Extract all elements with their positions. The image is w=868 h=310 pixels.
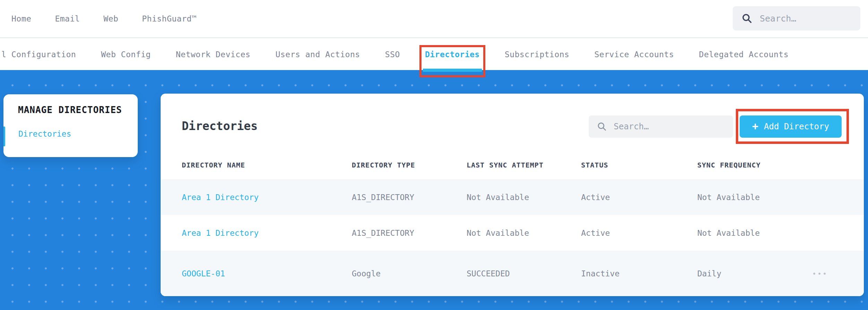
top-navigation-bar: Home Email Web PhishGuard™ Search… xyxy=(0,0,868,38)
tab-service-accounts[interactable]: Service Accounts xyxy=(594,39,674,70)
column-header-sync-frequency: SYNC FREQUENCY xyxy=(697,161,761,169)
topnav-email[interactable]: Email xyxy=(55,14,80,23)
manage-directories-title: MANAGE DIRECTORIES xyxy=(18,105,122,115)
topnav-web[interactable]: Web xyxy=(103,14,118,23)
add-directory-label: Add Directory xyxy=(764,122,829,131)
table-row: GOOGLE-01 Google SUCCEEDED Inactive Dail… xyxy=(161,251,864,296)
last-sync-cell: Not Available xyxy=(467,229,529,238)
search-icon xyxy=(597,122,607,131)
directories-panel: Directories Search… + Add Directory DIRE… xyxy=(161,94,864,296)
app-screen: Home Email Web PhishGuard™ Search… l Con… xyxy=(0,0,868,310)
sync-frequency-cell: Not Available xyxy=(697,193,760,202)
sync-frequency-cell: Daily xyxy=(697,269,721,278)
sync-frequency-cell: Not Available xyxy=(697,229,760,238)
tab-users-and-actions[interactable]: Users and Actions xyxy=(275,39,360,70)
tab-delegated-accounts[interactable]: Delegated Accounts xyxy=(699,39,789,70)
directories-search-placeholder: Search… xyxy=(614,122,649,131)
topnav-phishguard[interactable]: PhishGuard™ xyxy=(142,14,197,23)
workspace-background: MANAGE DIRECTORIES Directories Directori… xyxy=(0,70,868,310)
row-actions-menu-icon[interactable]: ••• xyxy=(812,269,828,278)
last-sync-cell: Not Available xyxy=(467,193,529,202)
tab-directories-label: Directories xyxy=(425,50,480,59)
settings-tab-bar: l Configuration Web Config Network Devic… xyxy=(0,39,868,70)
add-directory-button[interactable]: + Add Directory xyxy=(740,115,842,138)
status-cell: Active xyxy=(581,193,610,202)
tab-network-devices[interactable]: Network Devices xyxy=(176,39,250,70)
sidebar-item-directories[interactable]: Directories xyxy=(18,129,71,138)
column-header-status: STATUS xyxy=(581,161,608,169)
plus-icon: + xyxy=(752,121,758,131)
tab-email-configuration[interactable]: l Configuration xyxy=(1,39,76,70)
directory-type-cell: Google xyxy=(352,269,381,278)
tab-directories[interactable]: Directories xyxy=(425,39,480,70)
status-cell: Inactive xyxy=(581,269,620,278)
table-row: Area 1 Directory A1S_DIRECTORY Not Avail… xyxy=(161,179,864,215)
status-cell: Active xyxy=(581,229,610,238)
tab-sso[interactable]: SSO xyxy=(385,39,400,70)
directory-type-cell: A1S_DIRECTORY xyxy=(352,229,414,238)
tab-web-config[interactable]: Web Config xyxy=(101,39,151,70)
panel-title: Directories xyxy=(182,119,258,133)
directory-name-link[interactable]: GOOGLE-01 xyxy=(182,269,225,278)
manage-directories-card: MANAGE DIRECTORIES Directories xyxy=(3,94,138,157)
directories-search-input[interactable]: Search… xyxy=(589,115,733,138)
last-sync-cell: SUCCEEDED xyxy=(467,269,510,278)
search-icon xyxy=(742,13,752,24)
table-row: Area 1 Directory A1S_DIRECTORY Not Avail… xyxy=(161,215,864,251)
column-header-directory-name: DIRECTORY NAME xyxy=(182,161,245,169)
active-tab-underline xyxy=(423,69,482,72)
directory-name-link[interactable]: Area 1 Directory xyxy=(182,229,259,238)
global-search-input[interactable]: Search… xyxy=(733,6,860,31)
column-header-directory-type: DIRECTORY TYPE xyxy=(352,161,415,169)
column-header-last-sync-attempt: LAST SYNC ATTEMPT xyxy=(467,161,544,169)
global-search-placeholder: Search… xyxy=(760,14,796,24)
directory-name-link[interactable]: Area 1 Directory xyxy=(182,193,259,202)
directory-type-cell: A1S_DIRECTORY xyxy=(352,193,414,202)
table-header-row: DIRECTORY NAME DIRECTORY TYPE LAST SYNC … xyxy=(161,156,864,179)
sidebar-active-indicator xyxy=(3,127,5,146)
tab-subscriptions[interactable]: Subscriptions xyxy=(505,39,570,70)
topnav-home[interactable]: Home xyxy=(11,14,31,23)
